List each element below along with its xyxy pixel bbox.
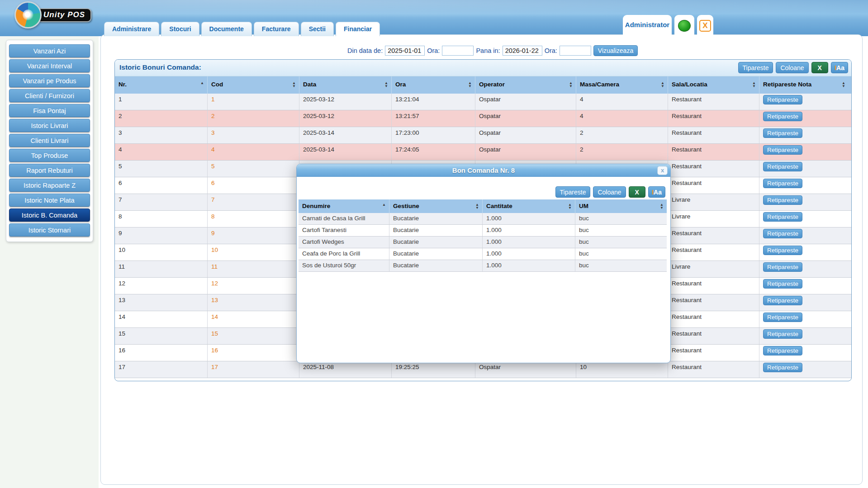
tab-stocuri[interactable]: Stocuri xyxy=(161,22,199,36)
column-header-sala-locatia[interactable]: Sala/Locatia▲▼ xyxy=(668,76,759,94)
sidebar-item-istoric-b-comanda[interactable]: Istoric B. Comanda xyxy=(9,208,90,222)
modal-font-aa-icon: Aa xyxy=(654,189,662,196)
sidebar-item-raport-rebuturi[interactable]: Raport Rebuturi xyxy=(9,164,90,177)
print-button[interactable]: Tipareste xyxy=(738,62,773,73)
cod-link[interactable]: 7 xyxy=(211,196,215,203)
retipareste-button[interactable]: Retipareste xyxy=(763,212,802,222)
cell-data: 2025-03-14 xyxy=(299,127,392,143)
tab-facturare[interactable]: Facturare xyxy=(254,22,299,36)
sidebar-item-clienti-furnizori[interactable]: Clienti / Furnizori xyxy=(9,89,90,102)
modal-column-header-cantitate[interactable]: Cantitate▲▼ xyxy=(483,199,575,213)
font-size-button[interactable]: IAa xyxy=(831,62,848,73)
sidebar-item-vanzari-pe-produs[interactable]: Vanzari pe Produs xyxy=(9,74,90,87)
modal-column-header-um[interactable]: UM▲▼ xyxy=(575,199,667,213)
sidebar-item-clienti-livrari[interactable]: Clienti Livrari xyxy=(9,134,90,147)
tab-financiar[interactable]: Financiar xyxy=(336,22,380,36)
sidebar-item-istoric-stornari[interactable]: Istoric Stornari xyxy=(9,223,90,237)
columns-button[interactable]: Coloane xyxy=(776,62,808,73)
sidebar-item-fisa-pontaj[interactable]: Fisa Pontaj xyxy=(9,104,90,117)
retipareste-button[interactable]: Retipareste xyxy=(763,329,802,339)
retipareste-button[interactable]: Retipareste xyxy=(763,162,802,171)
column-header-masa-camera[interactable]: Masa/Camera▲▼ xyxy=(576,76,668,94)
retipareste-button[interactable]: Retipareste xyxy=(763,179,802,188)
tab-documente[interactable]: Documente xyxy=(201,22,252,36)
modal-title-bar[interactable]: Bon Comanda Nr. 8 x xyxy=(297,164,670,177)
sidebar-item-vanzari-interval[interactable]: Vanzari Interval xyxy=(9,59,90,72)
cod-link[interactable]: 12 xyxy=(211,280,218,287)
app-close-icon[interactable]: X xyxy=(699,20,711,32)
tab-sectii[interactable]: Sectii xyxy=(301,22,334,36)
column-header-cod[interactable]: Cod▲▼ xyxy=(208,76,299,94)
tab-administrare[interactable]: Administrare xyxy=(104,22,159,36)
from-time-input[interactable] xyxy=(442,46,474,56)
modal-font-size-button[interactable]: IAa xyxy=(648,186,665,198)
cod-link[interactable]: 2 xyxy=(211,113,215,119)
retipareste-button[interactable]: Retipareste xyxy=(763,262,802,272)
cod-link[interactable]: 10 xyxy=(211,246,218,253)
cod-link[interactable]: 17 xyxy=(211,364,218,370)
modal-export-excel-button[interactable]: X xyxy=(629,186,645,198)
retipareste-button[interactable]: Retipareste xyxy=(763,346,802,355)
cell-gestiune: Bucatarie xyxy=(389,237,483,248)
cod-link[interactable]: 8 xyxy=(211,213,215,220)
to-date-input[interactable] xyxy=(503,46,542,56)
sort-both-icon: ▲▼ xyxy=(568,204,572,210)
cell-data: 2025-03-12 xyxy=(299,94,392,110)
modal-close-icon[interactable]: x xyxy=(657,166,668,175)
sidebar-item-vanzari-azi[interactable]: Vanzari Azi xyxy=(9,44,90,57)
cod-link[interactable]: 15 xyxy=(211,330,218,337)
cod-link[interactable]: 4 xyxy=(211,146,215,153)
cod-link[interactable]: 13 xyxy=(211,297,218,303)
cell-nr: 3 xyxy=(115,127,208,143)
to-date-label: Pana in: xyxy=(476,47,500,54)
column-header-nr-[interactable]: Nr.▲ xyxy=(115,76,208,94)
modal-column-header-gestiune[interactable]: Gestiune▲▼ xyxy=(389,199,483,213)
cod-link[interactable]: 6 xyxy=(211,180,215,186)
to-time-input[interactable] xyxy=(560,46,591,56)
column-header-ora[interactable]: Ora▲▼ xyxy=(392,76,475,94)
cod-link[interactable]: 5 xyxy=(211,163,215,170)
cell-gestiune: Bucatarie xyxy=(389,248,483,260)
cod-link[interactable]: 16 xyxy=(211,347,218,354)
sort-both-icon: ▲▼ xyxy=(661,82,664,88)
retipareste-button[interactable]: Retipareste xyxy=(763,195,802,205)
sidebar-item-istoric-note-plata[interactable]: Istoric Note Plata xyxy=(9,194,90,207)
cod-link[interactable]: 9 xyxy=(211,230,215,237)
retipareste-button[interactable]: Retipareste xyxy=(763,363,802,372)
sidebar-item-top-produse[interactable]: Top Produse xyxy=(9,149,90,162)
tab-administrator[interactable]: Administrator xyxy=(623,15,672,36)
sort-both-icon: ▲▼ xyxy=(384,82,388,88)
sidebar-item-istoric-rapoarte-z[interactable]: Istoric Rapoarte Z xyxy=(9,179,90,192)
retipareste-button[interactable]: Retipareste xyxy=(763,128,802,138)
retipareste-button[interactable]: Retipareste xyxy=(763,229,802,238)
cell-gestiune: Bucatarie xyxy=(389,225,483,236)
from-date-input[interactable] xyxy=(385,46,425,56)
cod-link[interactable]: 1 xyxy=(211,96,215,103)
column-header-data[interactable]: Data▲▼ xyxy=(299,76,392,94)
retipareste-button[interactable]: Retipareste xyxy=(763,112,802,121)
column-header-retipareste-nota[interactable]: Retipareste Nota▲▼ xyxy=(759,76,849,94)
cod-link[interactable]: 3 xyxy=(211,129,215,136)
modal-columns-button[interactable]: Coloane xyxy=(593,186,626,198)
cell-operator: Ospatar xyxy=(475,144,576,160)
cod-link[interactable]: 11 xyxy=(211,263,218,270)
retipareste-button[interactable]: Retipareste xyxy=(763,246,802,255)
retipareste-button[interactable]: Retipareste xyxy=(763,95,802,104)
table-row: 222025-03-1213:21:57Ospatar4RestaurantRe… xyxy=(115,110,851,127)
status-green-circle-icon[interactable] xyxy=(678,20,691,32)
retipareste-button[interactable]: Retipareste xyxy=(763,313,802,322)
retipareste-button[interactable]: Retipareste xyxy=(763,279,802,289)
column-header-operator[interactable]: Operator▲▼ xyxy=(475,76,576,94)
retipareste-button[interactable]: Retipareste xyxy=(763,296,802,305)
cell-nr: 17 xyxy=(115,361,208,378)
retipareste-button[interactable]: Retipareste xyxy=(763,145,802,155)
modal-column-header-denumire[interactable]: Denumire▲ xyxy=(299,199,389,213)
view-button[interactable]: Vizualizeaza xyxy=(593,45,638,56)
export-excel-button[interactable]: X xyxy=(811,62,828,73)
cell-um: buc xyxy=(575,248,667,260)
cod-link[interactable]: 14 xyxy=(211,313,218,320)
cell-sala-locatia: Livrare xyxy=(668,194,759,210)
cell-retipareste: Retipareste xyxy=(759,227,849,244)
sidebar-item-istoric-livrari[interactable]: Istoric Livrari xyxy=(9,119,90,132)
modal-print-button[interactable]: Tipareste xyxy=(555,186,591,198)
